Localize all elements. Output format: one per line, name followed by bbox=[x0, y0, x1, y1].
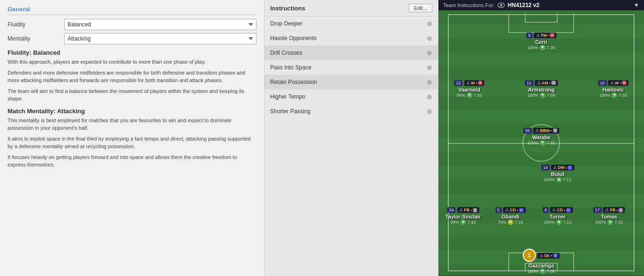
player-icon: ⚠ bbox=[553, 165, 557, 170]
remove-icon[interactable]: ⊗ bbox=[427, 20, 432, 27]
player-role: • bbox=[471, 208, 472, 212]
mentality-text-1: This mentality is best employed for matc… bbox=[8, 117, 256, 132]
player-icon: ⚠ bbox=[459, 208, 463, 212]
top-goal-box bbox=[525, 14, 558, 23]
player-name: Tomas bbox=[593, 214, 625, 219]
player-card-vaarnold[interactable]: 22 ⚠ W • A Vaarnold 99% ⚑ 7.03 bbox=[454, 79, 484, 98]
player-number-badge: 55 bbox=[523, 128, 532, 134]
player-number-badge: 14 bbox=[541, 165, 550, 170]
player-pct: 100% bbox=[544, 220, 555, 225]
player-rating: 7.06 bbox=[547, 269, 555, 274]
rating-circle: ⚑ bbox=[540, 92, 545, 98]
header-left: Team Instructions For: HN41212 v2 bbox=[443, 2, 539, 8]
player-pos: AM bbox=[542, 81, 548, 85]
fluidity-select[interactable]: Balanced bbox=[64, 19, 256, 30]
remove-icon[interactable]: ⊗ bbox=[427, 34, 432, 42]
mentality-row: Mentality Attacking bbox=[8, 33, 256, 44]
rating-circle: ⚑ bbox=[611, 92, 617, 98]
player-rating: 7.16 bbox=[515, 220, 523, 225]
fluidity-text-2: Defenders and more defensive midfielders… bbox=[8, 69, 256, 84]
player-card-cerri[interactable]: 9 ⚠ TM • A Cerri 100% ⚑ 7.35 bbox=[526, 32, 556, 50]
player-stats: 100% ⚑ 7.31 bbox=[593, 219, 625, 225]
instruction-name: Retain Possession bbox=[270, 79, 317, 85]
player-role: • bbox=[517, 208, 518, 212]
player-badge: ⚠ FB • S bbox=[603, 207, 625, 213]
mentality-text-2: It aims to exploit space in the final th… bbox=[8, 135, 256, 151]
player-stats: 99% ⚑ 7.03 bbox=[454, 92, 484, 98]
instruction-item[interactable]: Shorter Passing⊗ bbox=[264, 104, 438, 119]
remove-icon[interactable]: ⊗ bbox=[427, 78, 432, 86]
player-number-badge: 11 bbox=[525, 80, 533, 86]
player-role: • bbox=[616, 208, 618, 212]
player-badge: ⚠ FB • S bbox=[457, 207, 479, 213]
player-card-gbandi[interactable]: 5 ⚠ CD • D Gbandi 70% ⚑ 7.16 bbox=[495, 206, 526, 225]
mentality-select[interactable]: Attacking bbox=[64, 33, 256, 44]
fluidity-label: Fluidity bbox=[8, 21, 64, 28]
instruction-item[interactable]: Drill Crosses⊗ bbox=[264, 46, 438, 60]
player-pos: TM bbox=[541, 33, 547, 38]
player-icon: ⚠ bbox=[605, 208, 609, 212]
fluidity-text-1: With this approach, players are expected… bbox=[8, 58, 256, 66]
player-stats: 100% ⚑ 7.12 bbox=[543, 219, 573, 225]
player-role: • bbox=[565, 166, 567, 170]
fluidity-section-title: Fluidity: Balanced bbox=[8, 49, 256, 56]
player-pos: CD bbox=[557, 208, 563, 212]
instruction-item[interactable]: Drop Deeper⊗ bbox=[264, 17, 438, 31]
player-badge: ⚠ BBM • S bbox=[533, 128, 559, 134]
instruction-item[interactable]: Higher Tempo⊗ bbox=[264, 90, 438, 104]
player-pct: 100% bbox=[528, 93, 538, 98]
dropdown-arrow-icon[interactable]: ▼ bbox=[634, 2, 639, 8]
instruction-item[interactable]: Retain Possession⊗ bbox=[264, 75, 438, 90]
player-pct: 100% bbox=[528, 45, 538, 50]
player-icon: ⚠ bbox=[552, 208, 556, 212]
mentality-label: Mentality bbox=[8, 35, 64, 42]
player-badge: ⚠ CD • D bbox=[550, 207, 573, 213]
player-pct: 100% bbox=[528, 141, 538, 145]
player-card-tomas[interactable]: 17 ⚠ FB • S Tomas 100% ⚑ 7.31 bbox=[593, 206, 625, 225]
player-number-badge: 24 bbox=[447, 207, 456, 213]
player-icon: ⚠ bbox=[610, 81, 614, 85]
rating-circle: ⚑ bbox=[540, 45, 545, 50]
player-role: • bbox=[476, 81, 477, 85]
remove-icon[interactable]: ⊗ bbox=[427, 49, 432, 57]
player-rating: 7.31 bbox=[615, 220, 623, 225]
player-name: Vaarnold bbox=[454, 87, 484, 92]
player-pos: DM bbox=[558, 165, 564, 170]
left-panel: General Fluidity Balanced Mentality Atta… bbox=[0, 0, 264, 276]
player-pct: 100% bbox=[595, 220, 606, 225]
rating-circle: ⚑ bbox=[461, 219, 466, 225]
remove-icon[interactable]: ⊗ bbox=[427, 108, 432, 115]
player-icon: ⚠ bbox=[539, 253, 543, 258]
rating-circle: ⚑ bbox=[540, 140, 545, 146]
team-instructions-label: Team Instructions For: bbox=[443, 2, 495, 8]
remove-icon[interactable]: ⊗ bbox=[427, 93, 432, 100]
player-card-bulut[interactable]: 14 ⚠ DM • D Bulut 100% ⚑ 7.11 bbox=[541, 164, 574, 183]
team-instructions-header: Team Instructions For: HN41212 v2 ▼ bbox=[438, 0, 644, 10]
player-card-turner[interactable]: 6 ⚠ CD • D Turner 100% ⚑ 7.12 bbox=[543, 206, 573, 225]
remove-icon[interactable]: ⊗ bbox=[427, 64, 432, 71]
player-number-badge: 22 bbox=[454, 80, 462, 86]
player-card-armstrong[interactable]: 11 ⚠ AM • S Armstrong 100% ⚑ 7.09 bbox=[525, 79, 558, 98]
player-name: Cerri bbox=[526, 39, 556, 45]
player-icon: ⚠ bbox=[535, 128, 539, 133]
edit-button[interactable]: Edit... bbox=[409, 4, 432, 12]
player-duty: S bbox=[473, 208, 477, 212]
player-pos: CD bbox=[510, 208, 516, 212]
player-card-taylor-sinclair[interactable]: 24 ⚠ FB • S Taylor-Sinclair 99% ⚑ 7.43 bbox=[446, 206, 481, 225]
rating-circle: ⚑ bbox=[540, 268, 545, 274]
player-pct: 99% bbox=[451, 220, 459, 225]
instruction-name: Hassle Opponents bbox=[270, 35, 317, 42]
player-stats: 70% ⚑ 7.16 bbox=[495, 219, 526, 225]
player-stats: 100% ⚑ 7.35 bbox=[526, 45, 556, 50]
player-card-halilovic[interactable]: 10 ⚠ W • A Halilovic 100% ⚑ 7.03 bbox=[598, 79, 628, 98]
player-rating: 7.35 bbox=[547, 45, 555, 50]
middle-panel: Instructions Edit... Drop Deeper⊗Hassle … bbox=[264, 0, 438, 276]
player-pct: 100% bbox=[544, 177, 555, 182]
eye-icon bbox=[497, 2, 505, 8]
player-stats: 99% ⚑ 7.43 bbox=[446, 219, 481, 225]
player-card-watabe[interactable]: 55 ⚠ BBM • S Watabe 100% ⚑ 7.31 bbox=[523, 127, 559, 146]
player-duty: S bbox=[551, 81, 555, 85]
player-card-gazzaniga[interactable]: 1 ⚠ SK • D Gazzaniga 100% ⚑ 7.06 bbox=[523, 249, 560, 274]
instruction-item[interactable]: Hassle Opponents⊗ bbox=[264, 31, 438, 46]
instruction-item[interactable]: Pass Into Space⊗ bbox=[264, 60, 438, 75]
